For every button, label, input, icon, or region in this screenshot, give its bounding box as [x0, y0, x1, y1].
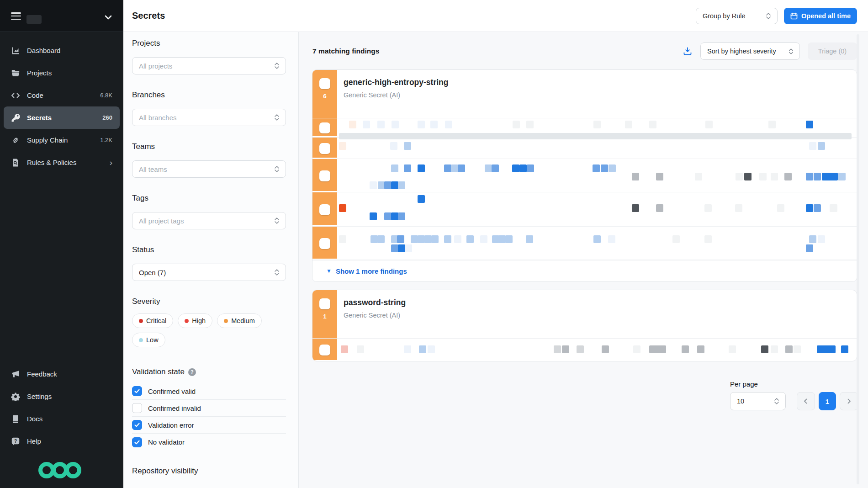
- heatmap-cell[interactable]: [761, 345, 768, 353]
- heatmap-cell[interactable]: [704, 204, 712, 212]
- heatmap-cell[interactable]: [697, 345, 704, 353]
- filter-select-teams[interactable]: All teams: [132, 160, 286, 178]
- sidebar-item-secrets[interactable]: Secrets260: [4, 106, 120, 129]
- heatmap-cell[interactable]: [339, 142, 346, 150]
- filter-select-projects[interactable]: All projects: [132, 57, 286, 74]
- chevron-left-icon[interactable]: [797, 392, 815, 410]
- heatmap-cell[interactable]: [404, 142, 411, 150]
- heatmap-cell[interactable]: [768, 121, 776, 128]
- chevron-right-icon[interactable]: [840, 392, 858, 410]
- heatmap-cell[interactable]: [431, 235, 439, 243]
- sort-select[interactable]: Sort by highest severity: [700, 42, 800, 60]
- heatmap-cell[interactable]: [466, 235, 474, 243]
- checkbox-checked[interactable]: [132, 386, 142, 396]
- heatmap-cell[interactable]: [398, 181, 405, 189]
- heatmap-cell[interactable]: [814, 204, 821, 212]
- filter-select-branches[interactable]: All branches: [132, 109, 286, 126]
- heatmap-cell[interactable]: [554, 345, 561, 353]
- heatmap-cell[interactable]: [609, 164, 616, 172]
- sidebar-item-dashboard[interactable]: Dashboard: [0, 39, 123, 62]
- heatmap-cell[interactable]: [390, 142, 397, 150]
- heatmap-cell[interactable]: [602, 345, 609, 353]
- heatmap-cell[interactable]: [809, 142, 816, 150]
- heatmap-cell[interactable]: [419, 345, 426, 353]
- triage-button[interactable]: Triage (0): [808, 42, 857, 60]
- heatmap-cell[interactable]: [384, 181, 392, 189]
- heatmap-cell[interactable]: [704, 235, 712, 243]
- severity-pill-medium[interactable]: Medium: [217, 313, 262, 328]
- heatmap-cell[interactable]: [404, 164, 411, 172]
- filter-select-status[interactable]: Open (7): [132, 264, 286, 281]
- heatmap-cell[interactable]: [841, 345, 848, 353]
- heatmap-cell[interactable]: [526, 235, 533, 243]
- sidebar-item-code[interactable]: Code6.8K: [0, 84, 123, 106]
- finding-checkbox[interactable]: [319, 78, 330, 89]
- heatmap-cell[interactable]: [418, 235, 425, 243]
- group-by-select[interactable]: Group by Rule: [696, 8, 778, 24]
- time-filter-button[interactable]: Opened all time: [784, 8, 857, 24]
- heatmap-cell[interactable]: [771, 173, 778, 180]
- sidebar-item-feedback[interactable]: Feedback: [0, 363, 123, 385]
- heatmap-cell[interactable]: [391, 212, 398, 220]
- validation-option-confirmed-valid[interactable]: Confirmed valid: [132, 383, 286, 400]
- heatmap-cell[interactable]: [430, 121, 438, 128]
- heatmap-cell[interactable]: [649, 345, 666, 353]
- heatmap-cell[interactable]: [771, 345, 778, 353]
- heatmap-cell[interactable]: [593, 121, 601, 128]
- heatmap-cell[interactable]: [498, 235, 506, 243]
- heatmap-cell[interactable]: [357, 345, 364, 353]
- heatmap-cell[interactable]: [649, 121, 656, 128]
- heatmap-cell[interactable]: [818, 142, 825, 150]
- heatmap-cell[interactable]: [632, 173, 639, 180]
- heatmap-cell[interactable]: [785, 345, 793, 353]
- heatmap-cell[interactable]: [444, 235, 451, 243]
- sidebar-item-supply-chain[interactable]: Supply Chain1.2K: [0, 129, 123, 151]
- sidebar-item-projects[interactable]: Projects: [0, 62, 123, 84]
- severity-pill-high[interactable]: High: [178, 313, 212, 328]
- question-icon[interactable]: ?: [188, 368, 196, 376]
- heatmap-cell[interactable]: [814, 173, 821, 180]
- filter-select-tags[interactable]: All project tags: [132, 212, 286, 229]
- heatmap-cell[interactable]: [809, 235, 816, 243]
- heatmap-cell[interactable]: [527, 164, 534, 172]
- heatmap-cell[interactable]: [656, 204, 663, 212]
- heatmap-cell[interactable]: [339, 235, 346, 243]
- per-page-select[interactable]: 10: [730, 392, 786, 410]
- heatmap-cell[interactable]: [392, 121, 399, 128]
- heatmap-cell[interactable]: [672, 235, 680, 243]
- heatmap-cell[interactable]: [794, 345, 801, 353]
- validation-option-no-validator[interactable]: No validator: [132, 434, 286, 451]
- checkbox-checked[interactable]: [132, 420, 142, 430]
- severity-pill-critical[interactable]: Critical: [132, 313, 173, 328]
- checkbox-checked[interactable]: [132, 437, 142, 447]
- heatmap-cell[interactable]: [404, 345, 411, 353]
- heatmap-cell[interactable]: [593, 164, 600, 172]
- heatmap-cell[interactable]: [656, 173, 663, 180]
- heatmap-cell[interactable]: [391, 244, 398, 252]
- page-number-button[interactable]: 1: [819, 392, 836, 410]
- finding-checkbox[interactable]: [319, 143, 330, 154]
- hamburger-icon[interactable]: [11, 12, 21, 20]
- severity-pill-low[interactable]: Low: [132, 333, 165, 347]
- heatmap-cell[interactable]: [492, 164, 499, 172]
- heatmap-cell[interactable]: [806, 121, 813, 128]
- chevron-down-icon[interactable]: [103, 12, 113, 22]
- heatmap-cell[interactable]: [625, 121, 632, 128]
- heatmap-cell[interactable]: [485, 164, 492, 172]
- heatmap-cell[interactable]: [806, 244, 813, 252]
- finding-checkbox[interactable]: [319, 298, 330, 309]
- heatmap-cell[interactable]: [428, 345, 435, 353]
- heatmap-cell[interactable]: [405, 244, 412, 252]
- heatmap-cell[interactable]: [341, 345, 348, 353]
- heatmap-cell[interactable]: [349, 121, 356, 128]
- heatmap-cell[interactable]: [451, 164, 458, 172]
- heatmap-cell[interactable]: [526, 121, 534, 128]
- heatmap-cell[interactable]: [418, 195, 425, 203]
- finding-checkbox[interactable]: [319, 122, 330, 133]
- heatmap-cell[interactable]: [418, 121, 425, 128]
- heatmap-cell[interactable]: [830, 204, 837, 212]
- sidebar-item-settings[interactable]: Settings: [0, 385, 123, 408]
- heatmap-cell[interactable]: [398, 212, 405, 220]
- heatmap-cell[interactable]: [784, 173, 792, 180]
- heatmap-cell[interactable]: [370, 235, 378, 243]
